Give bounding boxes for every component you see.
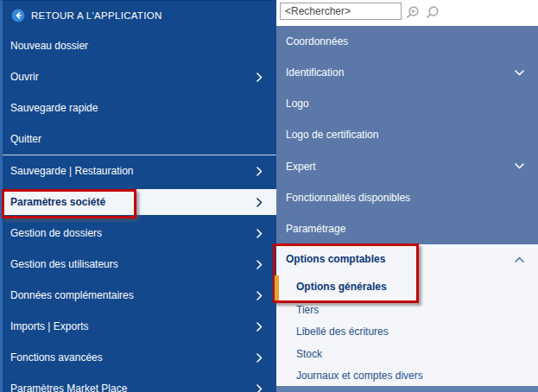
submenu-item-tiers[interactable]: Tiers bbox=[276, 299, 538, 320]
chevron-up-icon bbox=[515, 256, 524, 262]
submenu-item-identification[interactable]: Identification bbox=[276, 57, 538, 88]
menu-item-parametres-societe[interactable]: Paramètres société bbox=[3, 187, 276, 218]
search-icon[interactable] bbox=[424, 5, 440, 25]
chevron-right-icon bbox=[256, 384, 263, 392]
submenu-panel: Coordonnées Identification Logo Logo de … bbox=[276, 0, 538, 392]
selected-menu-row: Paramètres société bbox=[3, 189, 276, 215]
chevron-right-icon bbox=[256, 198, 263, 207]
menu-item-quitter[interactable]: Quitter bbox=[3, 123, 276, 155]
submenu-item-stock[interactable]: Stock bbox=[276, 343, 538, 365]
menu-item-gestion-des-utilisateurs[interactable]: Gestion des utilisateurs bbox=[3, 249, 276, 280]
submenu-item-parametrage[interactable]: Paramétrage bbox=[276, 213, 538, 244]
menu-item-sauvegarde-rapide[interactable]: Sauvegarde rapide bbox=[3, 92, 276, 123]
back-to-application-button[interactable]: RETOUR A L'APPLICATION bbox=[3, 1, 276, 30]
chevron-right-icon bbox=[256, 73, 263, 82]
submenu-list: Coordonnées Identification Logo Logo de … bbox=[276, 26, 538, 244]
chevron-right-icon bbox=[256, 229, 263, 238]
menu-item-fonctions-avancees[interactable]: Fonctions avancées bbox=[3, 342, 276, 373]
menu-item-gestion-de-dossiers[interactable]: Gestion de dossiers bbox=[3, 218, 276, 249]
search-previous-icon[interactable] bbox=[404, 5, 421, 25]
chevron-right-icon bbox=[256, 353, 263, 363]
chevron-down-icon bbox=[515, 163, 524, 169]
chevron-right-icon bbox=[256, 291, 263, 300]
main-menu-sidebar: RETOUR A L'APPLICATION Nouveau dossier O… bbox=[0, 0, 276, 392]
search-input[interactable] bbox=[280, 3, 402, 20]
menu-item-donnees-complementaires[interactable]: Données complémentaires bbox=[3, 280, 276, 311]
submenu-item-options-generales[interactable]: Options générales bbox=[276, 274, 538, 299]
back-arrow-icon bbox=[11, 9, 25, 22]
selection-marker-bar bbox=[275, 275, 279, 300]
submenu-item-coordonnees[interactable]: Coordonnées bbox=[276, 26, 538, 57]
app-window: RETOUR A L'APPLICATION Nouveau dossier O… bbox=[0, 0, 538, 392]
submenu-item-fonctionnalites-disponibles[interactable]: Fonctionnalités disponibles bbox=[276, 182, 538, 213]
chevron-down-icon bbox=[515, 70, 524, 76]
chevron-right-icon bbox=[256, 260, 263, 269]
submenu-item-logo[interactable]: Logo bbox=[276, 88, 538, 119]
options-comptables-section: Options comptables Options générales Tie… bbox=[276, 244, 538, 386]
chevron-right-icon bbox=[256, 322, 263, 332]
submenu-item-logo-certification[interactable]: Logo de certification bbox=[276, 119, 538, 150]
menu-item-sauvegarde-restauration[interactable]: Sauvegarde | Restauration bbox=[3, 155, 276, 187]
menu-item-parametres-market-place[interactable]: Paramètres Market Place bbox=[3, 373, 276, 392]
chevron-right-icon bbox=[256, 167, 263, 176]
submenu-item-expert[interactable]: Expert bbox=[276, 151, 538, 182]
submenu-item-journaux-et-comptes-divers[interactable]: Journaux et comptes divers bbox=[276, 365, 538, 386]
menu-item-imports-exports[interactable]: Imports | Exports bbox=[3, 311, 276, 342]
menu-item-nouveau-dossier[interactable]: Nouveau dossier bbox=[3, 30, 276, 61]
search-bar bbox=[276, 0, 538, 26]
back-to-application-label: RETOUR A L'APPLICATION bbox=[31, 10, 162, 21]
submenu-item-libelle-des-ecritures[interactable]: Libellé des écritures bbox=[276, 320, 538, 343]
submenu-item-options-comptables[interactable]: Options comptables bbox=[276, 244, 538, 274]
panel-bottom-strip bbox=[276, 386, 538, 392]
menu-item-ouvrir[interactable]: Ouvrir bbox=[3, 61, 276, 92]
